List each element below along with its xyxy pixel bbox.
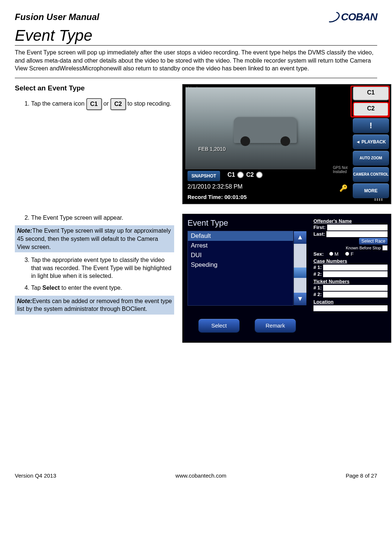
step-1: Tap the camera icon C1 or C2 to stop rec… — [31, 98, 174, 110]
gps-line-2: Installed — [333, 170, 348, 174]
case-2-input[interactable] — [323, 271, 388, 277]
location-header: Location — [313, 299, 388, 305]
note-2-label: Note: — [17, 298, 32, 304]
subheading-select-event-type: Select an Event Type — [15, 84, 174, 92]
c2-icon: C2 — [110, 98, 126, 110]
manual-title: Fusion User Manual — [15, 12, 99, 22]
key-icon[interactable]: 🔑 — [339, 184, 348, 192]
step-4-c: to enter the event type. — [60, 285, 122, 291]
first-label: First: — [313, 225, 326, 230]
sex-m-label: M — [335, 251, 339, 257]
sex-label: Sex: — [313, 251, 323, 257]
side-alert-button[interactable]: ! — [353, 118, 389, 133]
snapshot-button[interactable]: SNAPSHOT — [187, 171, 220, 181]
case-1-label: # 1: — [313, 265, 322, 270]
offender-form: Offender's Name First: Last: Select Race… — [313, 217, 388, 312]
side-c1-button[interactable]: C1 — [353, 86, 389, 100]
event-item-dui[interactable]: DUI — [188, 250, 293, 260]
side-more-button[interactable]: MORE — [353, 183, 389, 198]
event-item-default[interactable]: Default — [188, 231, 293, 241]
footer-page: Page 8 of 27 — [346, 472, 377, 479]
divider — [15, 78, 377, 78]
step-1-text-b: to stop recoding. — [127, 100, 171, 107]
c1-dot-icon — [237, 172, 244, 178]
ticket-numbers-header: Ticket Numbers — [313, 279, 388, 284]
section-heading: Event Type — [15, 27, 377, 46]
ticket-1-label: # 1: — [313, 285, 322, 290]
offender-name-header: Offender's Name — [313, 218, 388, 224]
side-autozoom-button[interactable]: AUTO ZOOM — [353, 151, 389, 166]
ticket-1-input[interactable] — [323, 285, 388, 291]
gps-line-1: GPS Not — [333, 166, 348, 170]
event-type-title: Event Type — [187, 218, 228, 228]
scrollbar-thumb[interactable] — [294, 268, 306, 278]
last-input[interactable] — [326, 231, 388, 237]
brand-logo: COBAN — [325, 11, 377, 23]
ticket-2-input[interactable] — [323, 292, 388, 298]
c2-dot-icon — [256, 172, 263, 178]
event-item-speeding[interactable]: Speeding — [188, 260, 293, 270]
ticket-2-label: # 2: — [313, 292, 322, 297]
last-label: Last: — [313, 231, 325, 237]
side-camera-control-button[interactable]: CAMERA CONTROL — [353, 167, 389, 182]
step-4-b: Select — [42, 285, 60, 291]
camera-feed: FEB 1,2010 — [185, 87, 316, 169]
sex-f-label: F — [351, 251, 353, 257]
first-input[interactable] — [327, 225, 388, 230]
step-4-a: Tap — [31, 285, 42, 291]
known-before-label: Known Before Stop — [346, 246, 381, 250]
car-shape — [234, 117, 297, 143]
note-1-label: Note: — [17, 227, 32, 234]
c2-label: C2 — [246, 172, 253, 178]
scroll-down-button[interactable]: ▼ — [294, 293, 306, 305]
logo-swoosh-icon — [324, 10, 342, 24]
case-2-label: # 2: — [313, 271, 322, 277]
step-3: Tap the appropriate event type to classi… — [31, 256, 174, 280]
sex-f-radio[interactable] — [345, 252, 349, 256]
note-2-text: Events can be added or removed from the … — [17, 298, 172, 312]
scrollbar-track[interactable] — [294, 244, 306, 293]
c1-label: C1 — [227, 172, 235, 178]
note-1-text: The Event Type screen will stay up for a… — [17, 227, 171, 250]
step-4: Tap Select to enter the event type. — [31, 284, 174, 292]
note-1: Note:The Event Type screen will stay up … — [15, 225, 174, 252]
camera-view-screenshot: Video Logo Ignition On FEB 1,2010 SNAPSH… — [182, 84, 391, 204]
scroll-up-button[interactable]: ▲ — [294, 231, 306, 244]
intro-paragraph: The Event Type screen will pop up immedi… — [15, 49, 377, 73]
logo-text: COBAN — [341, 11, 377, 23]
sex-m-radio[interactable] — [329, 252, 333, 256]
select-button[interactable]: Select — [199, 319, 239, 332]
camera-indicators: C1 C2 — [227, 172, 263, 178]
known-before-checkbox[interactable] — [382, 245, 388, 250]
case-numbers-header: Case Numbers — [313, 258, 388, 264]
event-type-screenshot: Event Type Default Arrest DUI Speeding ▲… — [182, 214, 391, 343]
side-playback-button[interactable]: ◄ PLAYBACK — [353, 134, 389, 149]
record-time: Record Time: 00:01:05 — [187, 194, 247, 200]
event-item-arrest[interactable]: Arrest — [188, 241, 293, 250]
event-type-list[interactable]: Default Arrest DUI Speeding ▲ ▼ — [187, 231, 293, 306]
case-1-input[interactable] — [323, 265, 388, 270]
location-input[interactable] — [313, 305, 388, 311]
timestamp: 2/1/2010 2:32:58 PM — [187, 183, 243, 190]
gps-status: GPS Not Installed — [333, 166, 348, 174]
step-2: The Event Type screen will appear. — [31, 214, 174, 222]
remark-button[interactable]: Remark — [255, 319, 296, 332]
c1-icon: C1 — [86, 98, 102, 110]
feed-date-overlay: FEB 1,2010 — [198, 146, 226, 152]
side-c2-button[interactable]: C2 — [353, 102, 389, 117]
step-1-or: or — [103, 100, 110, 107]
select-race-button[interactable]: Select Race — [359, 238, 388, 245]
note-2: Note:Events can be added or removed from… — [15, 296, 174, 315]
footer-url: www.cobantech.com — [176, 472, 227, 479]
footer-version: Version Q4 2013 — [15, 472, 56, 479]
step-1-text-a: Tap the camera icon — [31, 100, 86, 107]
